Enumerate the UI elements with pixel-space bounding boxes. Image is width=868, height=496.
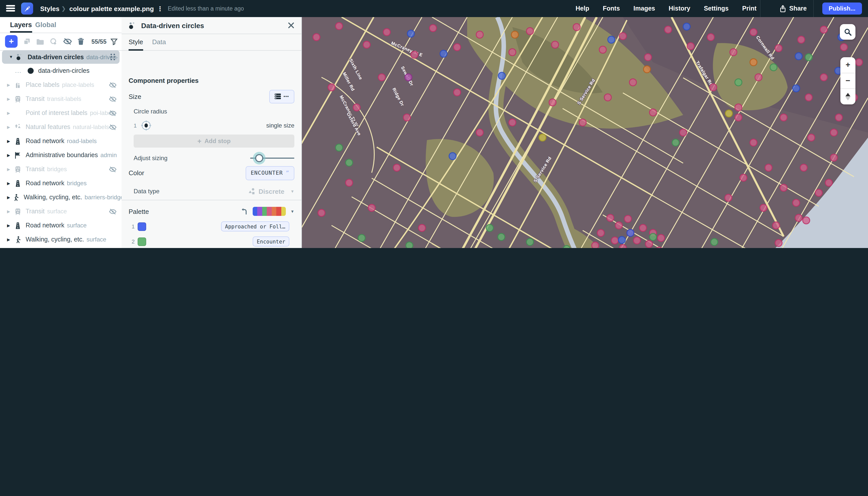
circles-layer-icon (16, 53, 24, 61)
compass-button[interactable] (840, 89, 855, 105)
share-button[interactable]: Share (780, 0, 807, 17)
layer-row-bridges[interactable]: ▶Transitbridges (0, 162, 122, 176)
select-feature-icon[interactable] (50, 37, 58, 45)
palette-row: Palette ▼ (128, 204, 294, 218)
layer-row-barriers-bridges[interactable]: ▶Walking, cycling, etc.barriers-bridges (0, 190, 122, 204)
caret-right-icon[interactable]: ▶ (7, 125, 12, 129)
eye-off-icon[interactable] (109, 124, 117, 130)
caret-right-icon[interactable]: ▶ (7, 209, 12, 214)
layer-row-bridges[interactable]: ▶Road networkbridges (0, 176, 122, 190)
layer-row-poi-labels[interactable]: ▶Point of interest labelspoi-labels (0, 106, 122, 120)
publish-button[interactable]: Publish... (822, 2, 862, 15)
caret-right-icon[interactable]: ▶ (7, 153, 12, 157)
breadcrumb-chevron-icon: ❯ (61, 0, 66, 17)
nav-images[interactable]: Images (634, 5, 655, 12)
hide-layer-icon[interactable] (63, 38, 72, 45)
tab-layers[interactable]: Layers (10, 17, 32, 32)
zoom-out-button[interactable]: − (840, 73, 855, 88)
eye-off-icon[interactable] (109, 96, 117, 102)
circle-swatch (28, 68, 34, 74)
layers-sidebar: Layers Global + 55/55 ▼Da (0, 17, 122, 248)
add-stop-button-disabled[interactable]: +Add stop (134, 135, 294, 148)
adjust-sizing-slider[interactable] (250, 152, 294, 165)
value-pill[interactable]: Encounter (253, 236, 289, 247)
layer-row-natural-labels[interactable]: ▶Natural featuresnatural-labels (0, 120, 122, 134)
caret-down-icon[interactable]: ▼ (9, 55, 14, 59)
layer-row-road-labels[interactable]: ▶Road networkroad-labels (0, 134, 122, 148)
caret-right-icon[interactable]: ▶ (7, 195, 10, 200)
eye-off-icon[interactable] (109, 81, 117, 88)
color-row: Color ENCOUNTER ” (128, 166, 294, 180)
mapbox-logo[interactable] (21, 2, 33, 15)
panel-title: Data-driven circles (141, 21, 204, 29)
walk-icon (12, 193, 19, 201)
circles-layer-icon (128, 21, 137, 29)
layer-row-surface[interactable]: ▶Transitsurface (0, 204, 122, 218)
nav-history[interactable]: History (669, 5, 690, 12)
map-search-button[interactable] (840, 24, 855, 40)
tab-data[interactable]: Data (152, 34, 166, 50)
train-icon (14, 166, 21, 173)
data-type-select[interactable]: Discrete ▼ (248, 187, 294, 195)
group-layers-icon[interactable] (36, 38, 44, 45)
eye-off-icon[interactable] (109, 166, 117, 172)
data-type-row: Data type Discrete ▼ (128, 185, 294, 198)
nav-settings[interactable]: Settings (704, 5, 729, 12)
duplicate-layer-icon[interactable] (23, 38, 31, 45)
layer-row-transit-labels[interactable]: ▶Transittransit-labels (0, 92, 122, 106)
layer-row-tunnels[interactable]: ▶Road networktunnels (0, 247, 122, 248)
size-mode: single size (266, 122, 294, 129)
nav-print[interactable]: Print (742, 5, 757, 12)
layer-row-surface[interactable]: ▶Walking, cycling, etc.surface (0, 232, 122, 247)
mapbox-studio-app: Sixth LineMiller RdMcCraney St WOxford A… (0, 0, 868, 248)
size-options-button[interactable]: ⋯ (269, 90, 294, 103)
kebab-menu-icon[interactable]: ⋮ (157, 0, 163, 17)
caret-right-icon[interactable]: ▶ (7, 237, 12, 242)
caret-right-icon[interactable]: ▶ (7, 223, 12, 228)
filter-layers-icon[interactable] (110, 38, 118, 45)
color-swatch[interactable] (138, 237, 146, 246)
reset-palette-icon[interactable] (240, 207, 247, 215)
caret-right-icon[interactable]: ▶ (7, 181, 12, 186)
nav-fonts[interactable]: Fonts (603, 5, 620, 12)
compass-south-icon (846, 97, 850, 100)
eye-off-icon[interactable] (109, 110, 117, 116)
color-field-button[interactable]: ENCOUNTER ” (246, 166, 294, 180)
road-icon (14, 137, 21, 145)
caret-right-icon[interactable]: ▶ (7, 139, 12, 143)
drag-handle-icon[interactable] (110, 53, 116, 61)
caret-right-icon[interactable]: ▶ (7, 167, 12, 171)
breadcrumb-filename[interactable]: colour palette example.png (69, 0, 154, 17)
eye-off-icon[interactable] (109, 208, 117, 215)
layer-row-child[interactable]: ...data-driven-circles (0, 64, 122, 78)
layer-row-admin[interactable]: ▶Administrative boundariesadmin (0, 148, 122, 162)
layer-row-place-labels[interactable]: ▶Place labelsplace-labels (0, 78, 122, 92)
layer-row-selected[interactable]: ▼Data-driven circlesdata-driven-cir (2, 50, 120, 64)
color-label: Color (128, 169, 144, 177)
chevron-down-icon[interactable]: ▼ (290, 209, 294, 214)
caret-right-icon[interactable]: ▶ (7, 82, 12, 87)
map-canvas[interactable]: Sixth LineMiller RdMcCraney St WOxford A… (301, 17, 868, 248)
place-icon (14, 81, 21, 89)
color-swatch[interactable] (138, 222, 146, 231)
close-icon[interactable] (288, 22, 294, 29)
palette-preview-swatch[interactable] (253, 207, 286, 216)
tab-style[interactable]: Style (128, 34, 143, 50)
layer-properties-panel: Data-driven circles Style Data Component… (122, 17, 302, 248)
menu-icon[interactable] (6, 5, 15, 12)
breadcrumb-styles[interactable]: Styles (40, 0, 60, 17)
tab-global[interactable]: Global (35, 17, 56, 32)
circle-radius-target-icon[interactable] (141, 120, 152, 131)
value-pill[interactable]: Approached or Foll… (221, 221, 289, 231)
topbar-nav: HelpFontsImagesHistorySettingsPrint (576, 0, 757, 17)
add-layer-button[interactable]: + (5, 35, 18, 48)
divider (122, 200, 301, 200)
train-icon (14, 95, 21, 103)
zoom-in-button[interactable]: + (840, 57, 855, 73)
string-quote-icon: ” (286, 170, 289, 176)
delete-layer-icon[interactable] (77, 38, 85, 45)
caret-right-icon[interactable]: ▶ (7, 111, 12, 115)
caret-right-icon[interactable]: ▶ (7, 97, 12, 101)
nav-help[interactable]: Help (576, 5, 589, 12)
layer-row-surface[interactable]: ▶Road networksurface (0, 218, 122, 232)
